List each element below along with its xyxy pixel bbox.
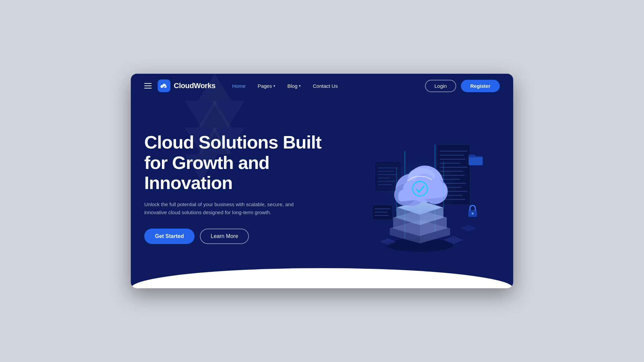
- nav-home[interactable]: Home: [232, 83, 246, 89]
- logo-icon: [158, 79, 170, 92]
- hamburger-button[interactable]: [144, 83, 152, 88]
- nav-blog[interactable]: Blog ▾: [287, 83, 301, 89]
- cloud-graphic: [350, 124, 490, 252]
- nav-actions: Login Register: [425, 80, 500, 92]
- nav-links: Home Pages ▾ Blog ▾ Contact Us: [232, 83, 425, 89]
- hero-section: Cloud Solutions Built for Growth and Inn…: [131, 98, 513, 268]
- learn-more-button[interactable]: Learn More: [200, 229, 249, 244]
- get-started-button[interactable]: Get Started: [144, 229, 195, 244]
- logo[interactable]: CloudWorks: [158, 79, 215, 92]
- logo-text: CloudWorks: [174, 81, 215, 90]
- hero-illustration: [340, 108, 500, 268]
- hero-subtitle: Unlock the full potential of your busine…: [144, 200, 299, 217]
- bottom-curve: [131, 268, 513, 288]
- hero-title: Cloud Solutions Built for Growth and Inn…: [144, 132, 340, 193]
- navbar: CloudWorks Home Pages ▾ Blog ▾ Contact U…: [131, 74, 513, 98]
- chevron-down-icon: ▾: [299, 84, 301, 88]
- svg-point-32: [472, 213, 474, 215]
- hero-buttons: Get Started Learn More: [144, 229, 340, 244]
- browser-frame: CloudWorks Home Pages ▾ Blog ▾ Contact U…: [131, 74, 513, 288]
- chevron-down-icon: ▾: [273, 84, 275, 88]
- login-button[interactable]: Login: [425, 80, 456, 92]
- svg-marker-59: [460, 225, 477, 232]
- hero-content: Cloud Solutions Built for Growth and Inn…: [144, 132, 340, 244]
- register-button[interactable]: Register: [461, 80, 500, 92]
- nav-pages[interactable]: Pages ▾: [258, 83, 275, 89]
- nav-contact[interactable]: Contact Us: [313, 83, 338, 89]
